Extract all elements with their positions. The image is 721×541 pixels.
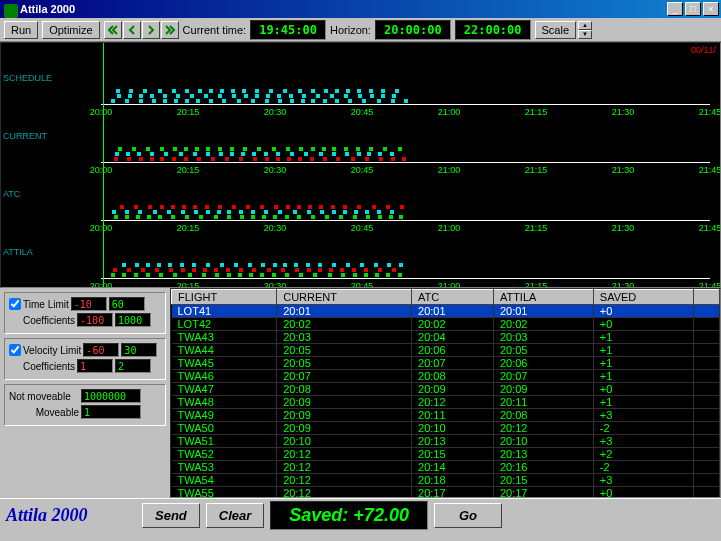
table-row[interactable]: TWA5020:0920:1020:12-2: [172, 422, 720, 435]
horizon-value: 20:00:00: [375, 20, 451, 40]
forward-button[interactable]: [161, 21, 179, 39]
optimize-button[interactable]: Optimize: [42, 21, 99, 39]
saved-display: Saved: +72.00: [270, 501, 428, 530]
time-v3[interactable]: [77, 313, 113, 327]
next-button[interactable]: [142, 21, 160, 39]
time-limit-panel: Time Limit Coefficients: [4, 292, 166, 334]
end-time-value: 22:00:00: [455, 20, 531, 40]
table-row[interactable]: LOT4220:0220:0220:02+0: [172, 318, 720, 331]
col-current[interactable]: CURRENT: [277, 290, 412, 305]
table-row[interactable]: TWA4520:0520:0720:06+1: [172, 357, 720, 370]
table-row[interactable]: TWA5420:1220:1820:15+3: [172, 474, 720, 487]
time-v4[interactable]: [115, 313, 151, 327]
maximize-button[interactable]: □: [685, 2, 701, 16]
col-attila[interactable]: ATTILA: [493, 290, 593, 305]
moveable-label: Moveable: [9, 407, 79, 418]
vel-coef-label: Coefficients: [23, 361, 75, 372]
table-row[interactable]: TWA4320:0320:0420:03+1: [172, 331, 720, 344]
current-time-label: Current time:: [183, 24, 247, 36]
scale-down-button[interactable]: ▼: [578, 30, 592, 39]
table-row[interactable]: TWA4920:0920:1120:08+3: [172, 409, 720, 422]
moveable-panel: Not moveable Moveable: [4, 384, 166, 426]
vel-v3[interactable]: [77, 359, 113, 373]
table-row[interactable]: LOT4120:0120:0120:01+0: [172, 305, 720, 318]
vel-v4[interactable]: [115, 359, 151, 373]
rewind-button[interactable]: [104, 21, 122, 39]
track-label-current: CURRENT: [3, 131, 47, 141]
go-button[interactable]: Go: [434, 503, 502, 528]
table-row[interactable]: TWA5120:1020:1320:10+3: [172, 435, 720, 448]
time-limit-checkbox[interactable]: [9, 298, 21, 310]
velocity-limit-panel: Velocity Limit Coefficients: [4, 338, 166, 380]
flight-grid[interactable]: FLIGHTCURRENTATCATTILASAVED LOT4120:0120…: [170, 288, 721, 498]
track-label-attila: ATTILA: [3, 247, 33, 257]
table-row[interactable]: TWA5220:1220:1520:13+2: [172, 448, 720, 461]
notmoveable-input[interactable]: [81, 389, 141, 403]
timeline-chart[interactable]: 00/11/ SCHEDULE20:0020:1520:3020:4521:00…: [0, 42, 721, 288]
velocity-limit-label: Velocity Limit: [23, 345, 81, 356]
controls-panel: Time Limit Coefficients Velocity Limit C…: [0, 288, 170, 498]
time-v1[interactable]: [71, 297, 107, 311]
app-logo: Attila 2000: [6, 505, 136, 526]
scale-up-button[interactable]: ▲: [578, 21, 592, 30]
time-limit-label: Time Limit: [23, 299, 69, 310]
run-button[interactable]: Run: [4, 21, 38, 39]
vel-v1[interactable]: [83, 343, 119, 357]
toolbar: Run Optimize Current time: 19:45:00 Hori…: [0, 18, 721, 42]
col-saved[interactable]: SAVED: [593, 290, 693, 305]
window-title: Attila 2000: [2, 3, 667, 15]
clear-button[interactable]: Clear: [206, 503, 265, 528]
table-row[interactable]: TWA5320:1220:1420:16-2: [172, 461, 720, 474]
vel-v2[interactable]: [121, 343, 157, 357]
track-label-schedule: SCHEDULE: [3, 73, 52, 83]
track-label-atc: ATC: [3, 189, 20, 199]
now-line: [103, 43, 104, 287]
table-row[interactable]: TWA5520:1220:1720:17+0: [172, 487, 720, 499]
time-coef-label: Coefficients: [23, 315, 75, 326]
close-button[interactable]: ×: [703, 2, 719, 16]
titlebar: Attila 2000 _ □ ×: [0, 0, 721, 18]
velocity-limit-checkbox[interactable]: [9, 344, 21, 356]
moveable-input[interactable]: [81, 405, 141, 419]
minimize-button[interactable]: _: [667, 2, 683, 16]
col-flight[interactable]: FLIGHT: [172, 290, 277, 305]
table-row[interactable]: TWA4820:0920:1220:11+1: [172, 396, 720, 409]
table-row[interactable]: TWA4620:0720:0820:07+1: [172, 370, 720, 383]
nav-buttons: [104, 21, 179, 39]
col-atc[interactable]: ATC: [412, 290, 494, 305]
current-time-value: 19:45:00: [250, 20, 326, 40]
table-row[interactable]: TWA4720:0820:0920:09+0: [172, 383, 720, 396]
footer: Attila 2000 Send Clear Saved: +72.00 Go: [0, 498, 721, 532]
table-row[interactable]: TWA4420:0520:0620:05+1: [172, 344, 720, 357]
send-button[interactable]: Send: [142, 503, 200, 528]
horizon-label: Horizon:: [330, 24, 371, 36]
time-v2[interactable]: [109, 297, 145, 311]
notmoveable-label: Not moveable: [9, 391, 79, 402]
prev-button[interactable]: [123, 21, 141, 39]
scale-button[interactable]: Scale: [535, 21, 577, 39]
